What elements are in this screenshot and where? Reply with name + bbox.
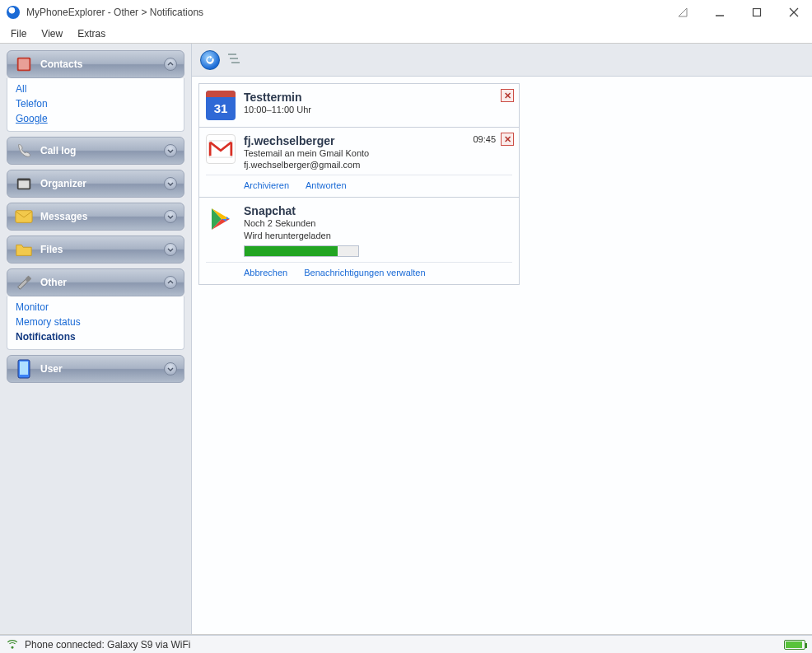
sidebar-label-organizer: Organizer [40, 178, 86, 189]
sidebar-item-notifications[interactable]: Notifications [16, 331, 175, 343]
window-title: MyPhoneExplorer - Other > Notifications [26, 7, 203, 18]
sidebar: Contacts All Telefon Google Call log Org… [0, 44, 191, 634]
gmail-icon [206, 134, 236, 164]
notification-time: 09:45 [473, 134, 496, 144]
statusbar: Phone connected: Galaxy S9 via WiFi [0, 635, 812, 653]
svg-rect-12 [228, 54, 236, 55]
action-manage-notifications[interactable]: Benachrichtigungen verwalten [304, 268, 425, 278]
menubar: File View Extras [0, 25, 812, 43]
menu-view[interactable]: View [35, 26, 68, 41]
action-cancel[interactable]: Abbrechen [244, 268, 287, 278]
sidebar-header-organizer[interactable]: Organizer [7, 170, 184, 198]
close-icon[interactable]: ✕ [501, 133, 514, 146]
maximize-button[interactable] [738, 0, 775, 25]
titlebar: MyPhoneExplorer - Other > Notifications [0, 0, 812, 25]
sidebar-item-google[interactable]: Google [16, 113, 175, 124]
minimize-button[interactable] [701, 0, 738, 25]
files-icon [14, 240, 34, 259]
chevron-down-icon [164, 362, 177, 375]
chevron-down-icon [164, 177, 177, 190]
sidebar-label-other: Other [40, 277, 67, 288]
action-reply[interactable]: Antworten [306, 180, 347, 190]
close-button[interactable] [775, 0, 812, 25]
notification-line: Testemail an mein Gmail Konto [244, 147, 512, 160]
sidebar-header-user[interactable]: User [7, 355, 184, 383]
sidebar-label-files: Files [40, 244, 63, 255]
contacts-icon [14, 54, 34, 74]
close-icon[interactable]: ✕ [501, 89, 514, 102]
svg-rect-8 [16, 211, 32, 223]
other-icon [14, 273, 34, 292]
download-progress [244, 245, 359, 257]
calendar-icon: 31 [206, 91, 236, 120]
content-area: ✕ 31 Testtermin 10:00–11:00 Uhr [192, 77, 812, 634]
status-text: Phone connected: Galaxy S9 via WiFi [25, 639, 190, 651]
svg-rect-1 [753, 9, 760, 16]
sidebar-item-monitor[interactable]: Monitor [16, 301, 175, 313]
sidebar-header-other[interactable]: Other [7, 268, 184, 296]
menu-file[interactable]: File [5, 26, 32, 41]
sort-button[interactable] [228, 52, 245, 68]
notification-line: Noch 2 Sekunden [244, 217, 512, 230]
chevron-up-icon [164, 276, 177, 289]
sidebar-item-telefon[interactable]: Telefon [16, 98, 175, 110]
messages-icon [14, 207, 34, 226]
svg-rect-5 [19, 59, 30, 70]
sidebar-header-files[interactable]: Files [7, 236, 184, 264]
refresh-button[interactable] [200, 50, 220, 70]
sidebar-label-calllog: Call log [40, 145, 76, 156]
battery-icon [784, 640, 805, 650]
resize-grip-icon[interactable] [664, 0, 701, 25]
progress-bar [245, 246, 338, 256]
main-area: ✕ 31 Testtermin 10:00–11:00 Uhr [191, 44, 812, 634]
sidebar-item-memory-status[interactable]: Memory status [16, 316, 175, 328]
sidebar-label-contacts: Contacts [40, 58, 82, 70]
menu-extras[interactable]: Extras [72, 26, 111, 41]
sidebar-item-all[interactable]: All [16, 83, 175, 95]
notification-title: fj.wechselberger [244, 134, 512, 147]
chevron-down-icon [164, 210, 177, 223]
notification-line: 10:00–11:00 Uhr [244, 104, 512, 116]
calendar-day: 31 [214, 97, 228, 120]
svg-rect-7 [19, 180, 30, 188]
wifi-icon [7, 637, 18, 651]
notification-subline: fj.wechselberger@gmail.com [244, 160, 512, 170]
sidebar-sub-contacts: All Telefon Google [7, 78, 184, 132]
notification-title: Testtermin [244, 91, 512, 104]
sidebar-label-messages: Messages [40, 211, 87, 222]
action-archive[interactable]: Archivieren [244, 180, 289, 190]
svg-rect-14 [231, 62, 240, 63]
chevron-down-icon [164, 144, 177, 157]
play-store-icon [206, 204, 236, 234]
calllog-icon [14, 141, 34, 161]
app-icon [7, 6, 20, 19]
organizer-icon [14, 174, 34, 194]
notification-title: Snapchat [244, 204, 512, 217]
toolbar [192, 44, 812, 77]
svg-rect-13 [230, 58, 238, 59]
sidebar-sub-other: Monitor Memory status Notifications [7, 296, 184, 350]
svg-rect-11 [20, 361, 28, 375]
notification-calendar[interactable]: ✕ 31 Testtermin 10:00–11:00 Uhr [199, 84, 519, 128]
sidebar-header-calllog[interactable]: Call log [7, 137, 184, 165]
sidebar-label-user: User [40, 363, 63, 375]
chevron-up-icon [164, 58, 177, 71]
sidebar-header-contacts[interactable]: Contacts [7, 50, 184, 78]
chevron-down-icon [164, 243, 177, 256]
notification-gmail[interactable]: 09:45 ✕ fj.wechselberger Testemail an me… [199, 128, 519, 198]
notification-play[interactable]: Snapchat Noch 2 Sekunden Wird herunterge… [199, 198, 519, 283]
sidebar-header-messages[interactable]: Messages [7, 203, 184, 231]
notification-list: ✕ 31 Testtermin 10:00–11:00 Uhr [198, 83, 520, 285]
user-icon [14, 359, 34, 379]
notification-subline: Wird heruntergeladen [244, 231, 512, 240]
